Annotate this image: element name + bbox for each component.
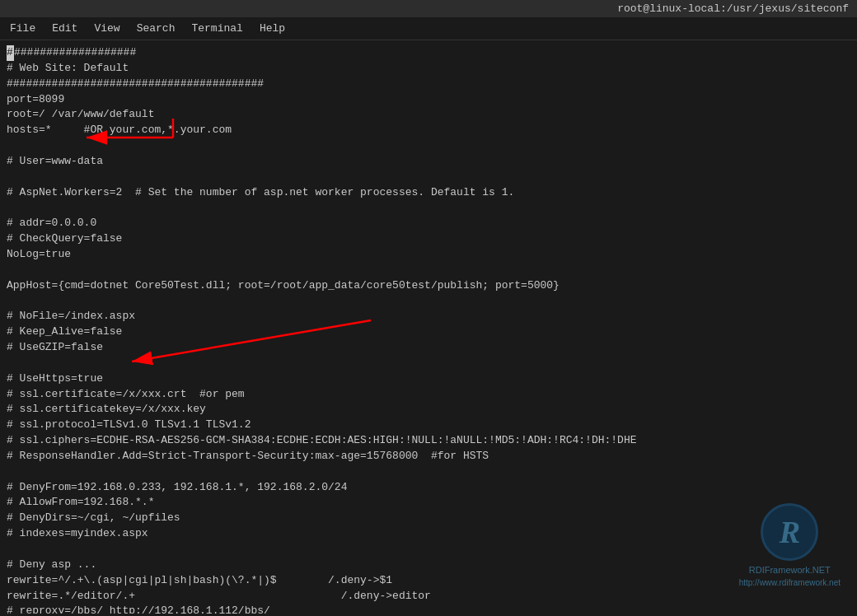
line-17: # NoFile=/index.aspx: [7, 309, 850, 324]
line-27: [7, 464, 850, 480]
menu-item-terminal[interactable]: Terminal: [183, 21, 251, 36]
line-13: NoLog=true: [7, 247, 850, 263]
menu-item-search[interactable]: Search: [129, 21, 184, 36]
line-31: # indexes=myindex.aspx: [7, 526, 850, 542]
line-35: rewrite=.*/editor/.+ /.deny->editor: [7, 589, 850, 604]
line-28: # DenyFrom=192.168.0.233, 192.168.1.*, 1…: [7, 480, 850, 496]
menu-bar: FileEditViewSearchTerminalHelp: [0, 17, 857, 40]
line-15: AppHost={cmd=dotnet Core50Test.dll; root…: [7, 278, 850, 294]
line-8: [7, 170, 850, 185]
line-9: # AspNet.Workers=2 # Set the number of a…: [7, 185, 850, 201]
line-34: rewrite=^/.+\.(asp|cgi|pl|sh|bash)(\?.*|…: [7, 573, 850, 589]
line-0: ####################: [7, 45, 850, 61]
line-20: [7, 356, 850, 371]
line-6: [7, 138, 850, 154]
line-14: [7, 263, 850, 278]
line-32: [7, 542, 850, 558]
content-area[interactable]: ##################### Web Site: Default#…: [0, 40, 857, 614]
line-30: # DenyDirs=~/cgi, ~/upfiles: [7, 511, 850, 526]
line-19: # UseGZIP=false: [7, 340, 850, 356]
line-23: # ssl.certificatekey=/x/xxx.key: [7, 402, 850, 418]
line-26: # ResponseHandler.Add=Strict-Transport-S…: [7, 449, 850, 464]
title-bar: root@linux-local:/usr/jexus/siteconf: [0, 0, 857, 17]
line-22: # ssl.certificate=/x/xxx.crt #or pem: [7, 387, 850, 403]
line-18: # Keep_Alive=false: [7, 324, 850, 340]
content-lines: ##################### Web Site: Default#…: [7, 45, 850, 614]
line-29: # AllowFrom=192.168.*.*: [7, 495, 850, 511]
line-2: ########################################: [7, 77, 850, 92]
line-24: # ssl.protocol=TLSv1.0 TLSv1.1 TLSv1.2: [7, 418, 850, 433]
line-21: # UseHttps=true: [7, 371, 850, 387]
line-16: [7, 294, 850, 310]
line-7: # User=www-data: [7, 154, 850, 170]
line-25: # ssl.ciphers=ECDHE-RSA-AES256-GCM-SHA38…: [7, 433, 850, 449]
line-11: # addr=0.0.0.0: [7, 216, 850, 231]
line-1: # Web Site: Default: [7, 61, 850, 77]
line-36: # reproxy=/bbs/ http://192.168.1.112/bbs…: [7, 604, 850, 614]
menu-item-view[interactable]: View: [86, 21, 128, 36]
line-4: root=/ /var/www/default: [7, 107, 850, 123]
line-33: # Deny asp ...: [7, 558, 850, 573]
line-12: # CheckQuery=false: [7, 231, 850, 247]
menu-item-help[interactable]: Help: [251, 21, 293, 36]
title-text: root@linux-local:/usr/jexus/siteconf: [617, 2, 849, 15]
line-3: port=8099: [7, 92, 850, 108]
line-5: hosts=* #OR your.com,*.your.com: [7, 123, 850, 138]
line-10: [7, 200, 850, 216]
menu-item-file[interactable]: File: [2, 21, 44, 36]
menu-item-edit[interactable]: Edit: [44, 21, 86, 36]
